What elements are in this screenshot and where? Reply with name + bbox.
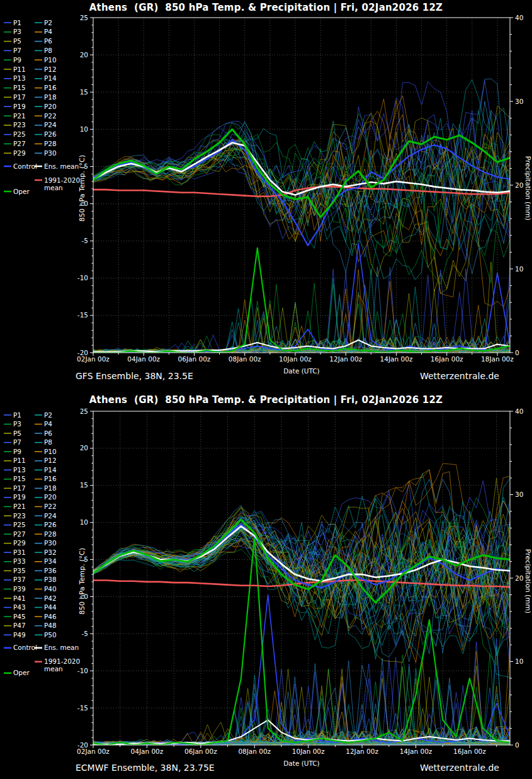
svg-text:-5: -5: [82, 237, 88, 244]
svg-text:P40: P40: [44, 585, 57, 593]
svg-text:P4: P4: [44, 420, 52, 428]
svg-text:P44: P44: [44, 603, 57, 611]
legend-item-p16: P16: [35, 475, 57, 482]
svg-text:0: 0: [515, 741, 519, 749]
svg-text:P19: P19: [13, 103, 26, 110]
legend-item-p1: P1: [4, 411, 21, 419]
legend-item-p37: P37: [4, 576, 26, 583]
legend: P1P2P3P4P5P6P7P8P9P10P11P12P13P14P15P16P…: [4, 411, 80, 677]
legend-item-p13: P13: [4, 74, 26, 82]
legend-item-p7: P7: [4, 47, 21, 54]
svg-text:Ens. mean: Ens. mean: [44, 644, 79, 651]
legend-item-p4: P4: [35, 420, 52, 428]
svg-text:25: 25: [80, 407, 88, 415]
legend-item-p29: P29: [4, 149, 26, 157]
svg-text:P47: P47: [13, 622, 26, 629]
svg-text:12Jan 00z: 12Jan 00z: [329, 355, 362, 363]
legend-item-p8: P8: [35, 438, 52, 446]
svg-text:15: 15: [80, 88, 88, 96]
svg-text:P20: P20: [44, 103, 57, 110]
svg-text:Oper: Oper: [13, 188, 30, 195]
svg-text:P7: P7: [13, 47, 21, 54]
svg-text:-5: -5: [82, 630, 88, 637]
legend-item-p30: P30: [35, 149, 57, 157]
ensemble-member-precip-line: [93, 639, 510, 745]
legend-item-p13: P13: [4, 466, 26, 474]
gfs-x-axis-title: Date (UTC): [283, 367, 319, 375]
legend-item-p11: P11: [4, 65, 26, 73]
legend-item-p8: P8: [35, 47, 52, 54]
svg-text:-15: -15: [77, 311, 88, 319]
legend-item-p11: P11: [4, 457, 26, 464]
legend-item-p24: P24: [35, 512, 57, 520]
ensemble-member-precip-line: [93, 266, 510, 352]
svg-text:P2: P2: [44, 411, 52, 419]
legend-item-p15: P15: [4, 84, 26, 91]
legend-item-p25: P25: [4, 130, 26, 138]
legend-item-p12: P12: [35, 457, 57, 464]
svg-text:1991-2020: 1991-2020: [44, 176, 80, 184]
svg-text:14Jan 00z: 14Jan 00z: [400, 748, 433, 755]
svg-text:P8: P8: [44, 47, 52, 54]
svg-text:P23: P23: [13, 121, 26, 128]
legend-item-p9: P9: [4, 56, 21, 64]
svg-text:P21: P21: [13, 503, 26, 510]
svg-text:P15: P15: [13, 475, 26, 482]
svg-text:-15: -15: [77, 704, 88, 712]
legend-item-climate-mean: 1991-2020mean: [35, 176, 80, 191]
legend-item-p19: P19: [4, 103, 26, 110]
svg-text:P11: P11: [13, 65, 26, 73]
ensemble-member-precip-line: [93, 269, 510, 353]
legend-item-p42: P42: [35, 594, 57, 602]
svg-text:P29: P29: [13, 539, 26, 547]
legend-item-p18: P18: [35, 93, 57, 101]
svg-text:10: 10: [80, 518, 88, 526]
svg-text:10Jan 00z: 10Jan 00z: [292, 748, 325, 755]
ensemble-member-precip-line: [93, 294, 510, 353]
legend-item-p28: P28: [35, 140, 57, 147]
svg-text:P36: P36: [44, 567, 57, 574]
svg-text:P32: P32: [44, 549, 57, 556]
ensemble-member-precip-line: [93, 292, 510, 353]
svg-text:P29: P29: [13, 149, 26, 157]
gfs-precip-axis-title: Precipitation (mm): [524, 156, 532, 220]
svg-text:P35: P35: [13, 567, 26, 574]
legend-item-p5: P5: [4, 429, 21, 437]
svg-text:08Jan 00z: 08Jan 00z: [229, 355, 261, 363]
ecmwf-temp-axis-title: 850 hPa Temp. (°C): [78, 548, 86, 615]
svg-text:P9: P9: [13, 56, 21, 64]
legend-item-p2: P2: [35, 411, 52, 419]
svg-text:P48: P48: [44, 622, 57, 629]
legend-item-p6: P6: [35, 37, 52, 45]
ensemble-member-precip-line: [93, 270, 510, 353]
series-area: [93, 463, 510, 745]
legend-item-p17: P17: [4, 484, 26, 492]
ensemble-member-precip-line: [93, 278, 510, 353]
svg-text:10Jan 00z: 10Jan 00z: [279, 355, 312, 363]
legend-item-p23: P23: [4, 512, 26, 520]
svg-text:06Jan 00z: 06Jan 00z: [178, 355, 211, 363]
svg-text:P5: P5: [13, 429, 21, 437]
svg-text:mean: mean: [44, 184, 63, 191]
legend-item-p21: P21: [4, 503, 26, 510]
legend-item-p30: P30: [35, 539, 57, 547]
legend-item-ens-mean: Ens. mean: [35, 644, 79, 651]
legend-item-p1: P1: [4, 19, 21, 26]
svg-text:P14: P14: [44, 74, 57, 82]
svg-text:P15: P15: [13, 84, 26, 91]
ecmwf-model-caption: ECMWF Ensemble, 38N, 23.75E: [76, 763, 215, 773]
svg-text:P28: P28: [44, 140, 57, 147]
svg-text:Control: Control: [13, 162, 37, 170]
svg-text:18Jan 00z: 18Jan 00z: [481, 355, 514, 363]
svg-text:20: 20: [515, 181, 523, 189]
svg-text:P5: P5: [13, 37, 21, 45]
legend-item-p44: P44: [35, 603, 57, 611]
svg-text:20: 20: [80, 51, 88, 59]
svg-text:P46: P46: [44, 613, 57, 620]
legend-item-p43: P43: [4, 603, 26, 611]
svg-text:P17: P17: [13, 93, 26, 101]
svg-text:1991-2020: 1991-2020: [44, 657, 80, 665]
legend-item-p3: P3: [4, 28, 21, 35]
legend-item-p50: P50: [35, 631, 57, 639]
svg-text:Oper: Oper: [13, 669, 30, 676]
